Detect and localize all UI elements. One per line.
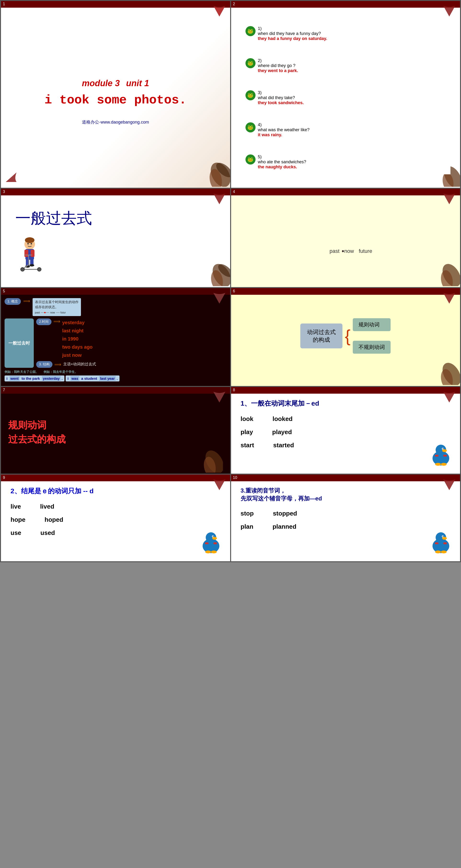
time-label: 2.时间	[36, 318, 52, 325]
svg-point-22	[37, 268, 41, 271]
q4-answer: it was rainy.	[258, 132, 310, 137]
svg-rect-11	[31, 250, 34, 257]
leaf-decoration-slide1	[202, 156, 230, 188]
s2p5: .	[116, 376, 118, 380]
fan-decoration-tr	[212, 5, 226, 19]
svg-rect-56	[435, 542, 438, 544]
slide9-rule-title: 2、结尾是ｅ的动词只加 -- d	[10, 487, 221, 496]
tw-1: yesterday	[62, 318, 93, 327]
struct-label: 3. 结构	[36, 361, 53, 368]
mini-line1	[41, 312, 44, 313]
word-use: use	[10, 529, 21, 537]
svg-point-46	[211, 551, 217, 553]
mini-tl-now: now	[50, 311, 55, 315]
arrow-concept: ⟹	[23, 298, 30, 304]
slide5-main-content: 一般过去时 2.时间 ⟹ yesterday last night in 199…	[5, 318, 226, 368]
q3-question: what did they take?	[258, 95, 304, 100]
examples-row: 例如：我昨天去了公园。 例如：我去年是个学生。	[5, 370, 226, 374]
svg-rect-47	[205, 542, 209, 544]
slide-7: 7 规则动词 过去式的构成	[1, 387, 230, 474]
slide-8: 8 1、一般在动词末尾加－ed look looked	[231, 387, 460, 474]
svg-point-37	[441, 463, 447, 466]
word-plan: plan	[241, 523, 253, 530]
slide1-website: 道格办公-www.daogebangong.com	[82, 119, 149, 125]
word-row-2: play played	[241, 428, 451, 436]
slide-number-7: 7	[3, 388, 5, 392]
q5-num: 5)	[258, 154, 306, 159]
slide5-content: 1. 概念 ⟹ 表示过去某个时间发生的动作 或存在的状态。 past now f…	[5, 298, 226, 382]
module-unit-row: module 3 unit 1	[82, 78, 149, 88]
frog-5: 🐸	[245, 154, 255, 164]
frog-2: 🐸	[245, 58, 255, 68]
slide-6: 6 动词过去式 的构成 { 规则动词 不规则动词	[231, 288, 460, 386]
tw-2: last night	[62, 327, 93, 335]
svg-point-36	[435, 463, 441, 466]
label-regular: 规则动词	[353, 318, 391, 331]
tw-5: just now	[62, 351, 93, 359]
q2-answer: they went to a park.	[258, 68, 298, 73]
slide7-title1: 规则动词	[8, 417, 223, 433]
s1p4: yesterday	[42, 376, 61, 381]
q5-question: who ate the sandwiches?	[258, 159, 306, 164]
svg-point-54	[435, 551, 441, 553]
slide5-right-col: 2.时间 ⟹ yesterday last night in 1990 two …	[36, 318, 226, 368]
tl-now: now	[344, 248, 354, 254]
duck-10	[429, 529, 453, 556]
svg-rect-57	[443, 542, 447, 544]
word-planned: planned	[273, 523, 297, 530]
s2p1: i	[67, 376, 71, 380]
svg-point-55	[441, 551, 447, 553]
slide-number-8: 8	[233, 388, 235, 392]
mini-line2	[45, 312, 49, 313]
word-row-9-3: use used	[10, 529, 221, 537]
concept-desc-line1: 表示过去某个时间发生的动作	[35, 300, 79, 305]
word-start: start	[241, 441, 254, 449]
slide7-title2: 过去式的构成	[8, 433, 223, 446]
tl-future: future	[359, 248, 372, 254]
slide-3: 3 ✦ ✦ 一般过去式	[1, 189, 230, 287]
svg-rect-48	[213, 542, 217, 544]
slide-5: 5 1. 概念 ⟹ 表示过去某个时间发生的动作 或存在的状态。 past	[1, 288, 230, 386]
general-past-box: 一般过去时	[5, 318, 34, 368]
example2: 例如：我去年是个学生。	[43, 370, 78, 374]
svg-rect-39	[443, 455, 447, 457]
word-played: played	[272, 428, 292, 436]
time-words-list: yesterday last night in 1990 two days ag…	[62, 318, 93, 359]
tw-3: in 1990	[62, 335, 93, 343]
leaf-4-br	[434, 257, 460, 287]
struct-row: 3. 结构 ⟹ 主语+动词的过去式	[36, 361, 226, 368]
svg-point-17	[27, 243, 29, 245]
word-row-10-2: plan planned	[241, 523, 451, 530]
svg-point-45	[205, 551, 211, 553]
slide10-content: 3.重读闭音节词， 先双写这个辅音字母，再加—ed stop stopped p…	[241, 487, 451, 530]
slide-2: 2 🐸 1) when did they have a funny day? t…	[231, 1, 460, 188]
concept-desc: 表示过去某个时间发生的动作 或存在的状态。 past now futur	[33, 298, 81, 316]
boy-scooter	[15, 236, 92, 273]
brace-symbol: {	[345, 328, 350, 344]
slide-grid: 1 module 3 unit 1 i took some ph	[0, 0, 461, 562]
highlighted-sentences: i went to the park yesterday . i was a s…	[5, 375, 226, 382]
word-lived: lived	[40, 503, 54, 510]
sent1: i went to the park yesterday .	[5, 375, 64, 381]
slide-number-3: 3	[3, 190, 5, 194]
qa-item-4: 🐸 4) what was the weather like? it was r…	[241, 114, 451, 142]
word-row-9-2: hope hoped	[10, 516, 221, 523]
qa-item-5: 🐸 5) who ate the sandwiches? the naughty…	[241, 146, 451, 174]
slide6-content: 动词过去式 的构成 { 规则动词 不规则动词	[238, 298, 453, 374]
slide3-chinese-title: 一般过去式	[15, 208, 92, 229]
s1p3: to the park	[20, 376, 42, 380]
concept-desc-line2: 或存在的状态。	[35, 305, 79, 310]
q2-question: where did they go ?	[258, 63, 298, 68]
svg-point-15	[29, 264, 34, 267]
slide-9: 9 2、结尾是ｅ的动词只加 -- d live lived	[1, 474, 230, 561]
main-box: 动词过去式 的构成	[300, 323, 342, 348]
module-label: module 3	[82, 78, 120, 88]
timeline-row: past now future	[330, 248, 362, 254]
slide9-content: 2、结尾是ｅ的动词只加 -- d live lived hope hoped u…	[10, 487, 221, 537]
fan-decoration-bl	[5, 171, 18, 184]
timeline-center-dot	[342, 250, 344, 252]
arrow-time: ⟹	[53, 318, 60, 324]
s1p5: .	[61, 376, 62, 380]
sent2: i was a student last year .	[66, 375, 120, 381]
mini-line3	[56, 312, 60, 313]
